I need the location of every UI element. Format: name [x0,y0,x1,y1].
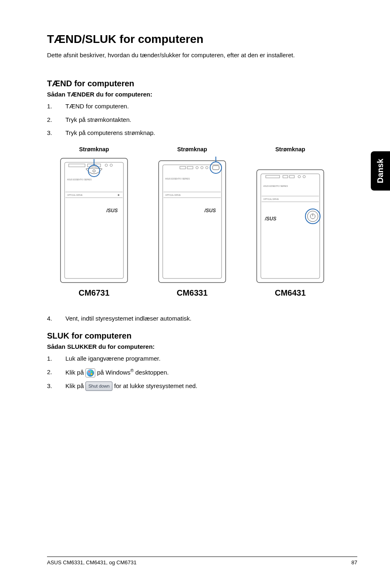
power-label-3: Strømknap [275,146,305,153]
turn-off-heading: SLUK for computeren [47,331,357,341]
turn-off-steps: Luk alle igangværene programmer. Klik på… [47,354,357,391]
turn-on-heading: TÆND for computeren [47,79,357,88]
reg-mark: ® [130,368,134,373]
tower-image-cm6331: ASUS ESSENTIO SERIES OPTICAL DRIVE /SUS [155,155,229,286]
tower-cm6731: Strømknap ASUS ESSENTIO SERIES OP [57,146,131,298]
svg-text:ASUS ESSENTIO SERIES: ASUS ESSENTIO SERIES [165,177,190,180]
svg-rect-27 [164,192,221,192]
footer-page-number: 87 [352,559,357,566]
svg-text:OPTICAL DRIVE: OPTICAL DRIVE [165,194,181,196]
page-title: TÆND/SLUK for computeren [47,33,357,46]
on-step-1: TÆND for computeren. [47,102,357,111]
svg-rect-11 [65,192,123,192]
svg-text:OPTICAL DRIVE: OPTICAL DRIVE [67,194,83,196]
turn-on-sub: Sådan TÆNDER du for computeren: [47,91,357,98]
intro-text: Dette afsnit beskriver, hvordan du tænde… [47,52,357,58]
off-step-2-c: desktoppen. [134,369,169,376]
model-cm6331: CM6331 [177,288,208,298]
svg-rect-29 [164,197,221,198]
svg-rect-14 [65,197,123,198]
off-step-2: Klik på på Windows® desktoppen. [47,368,357,377]
start-orb-icon [85,368,95,377]
page-content: TÆND/SLUK for computeren Dette afsnit be… [0,0,390,588]
turn-on-steps: TÆND for computeren. Tryk på strømkontak… [47,102,357,138]
on-step-4: Vent, indtil styresystemet indlæser auto… [47,314,357,323]
off-step-3-b: for at lukke styresystemet ned. [114,382,197,389]
model-cm6731: CM6731 [78,288,110,298]
turn-off-sub: Sådan SLUKKER du for computeren: [47,343,357,350]
svg-text:OPTICAL DRIVE: OPTICAL DRIVE [263,198,279,200]
model-cm6431: CM6431 [275,288,306,298]
svg-text:ASUS ESSENTIO SERIES: ASUS ESSENTIO SERIES [67,178,92,181]
svg-text:/SUS: /SUS [204,208,216,213]
off-step-1: Luk alle igangværene programmer. [47,354,357,364]
off-step-3-a: Klik på [65,382,85,389]
off-step-3: Klik på Shut down for at lukke styresyst… [47,382,357,391]
svg-rect-39 [262,196,319,196]
svg-text:ASUS ESSENTIO SERIES: ASUS ESSENTIO SERIES [263,185,288,187]
tower-image-cm6731: ASUS ESSENTIO SERIES OPTICAL DRIVE /SUS [57,155,131,286]
svg-point-13 [118,194,119,196]
power-label-1: Strømknap [79,146,109,153]
on-step-3: Tryk på computerens strømknap. [47,128,357,138]
off-step-2-b: på Windows [97,369,130,376]
off-step-2-a: Klik på [65,369,85,376]
on-step-after: Vent, indtil styresystemet indlæser auto… [47,314,357,323]
svg-text:/SUS: /SUS [264,216,276,222]
tower-image-cm6431: ASUS ESSENTIO SERIES OPTICAL DRIVE /SUS [253,155,327,286]
svg-rect-41 [262,202,319,202]
tower-cm6431: Strømknap ASUS ESSENTIO SERIES OPTICAL D… [253,146,327,298]
page-footer: ASUS CM6331, CM6431, og CM6731 87 [47,557,357,566]
footer-left: ASUS CM6331, CM6431, og CM6731 [47,559,137,566]
svg-text:/SUS: /SUS [106,208,118,213]
power-label-2: Strømknap [177,146,207,153]
tower-cm6331: Strømknap ASUS ESSENTIO SERIES OPTICAL D… [155,146,229,298]
shutdown-button-image: Shut down [85,382,112,391]
on-step-2: Tryk på strømkontakten. [47,115,357,125]
tower-row: Strømknap ASUS ESSENTIO SERIES OP [57,146,357,298]
